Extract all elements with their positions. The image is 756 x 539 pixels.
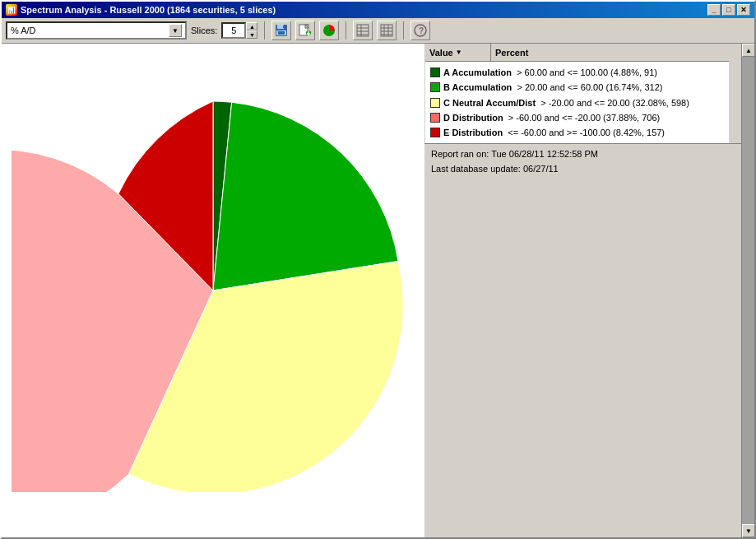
svg-rect-3 <box>278 31 285 35</box>
window-title: Spectrum Analysis - Russell 2000 (1864 s… <box>21 5 276 15</box>
legend-row: D Distribution > -60.00 and <= -20.00 (3… <box>427 110 727 125</box>
legend-row: C Neutral Accum/Dist > -20.00 and <= 20.… <box>427 95 727 110</box>
help-button[interactable]: ? <box>410 21 430 40</box>
slices-spinner: ▲ ▼ <box>246 22 257 39</box>
toolbar: % A/D ▼ Slices: ▲ ▼ <box>2 18 754 44</box>
dropdown-arrow[interactable]: ▼ <box>169 24 182 37</box>
footer-line1: Report ran on: Tue 06/28/11 12:52:58 PM <box>431 147 735 162</box>
separator-2 <box>346 21 346 39</box>
scrollbar-track[interactable] <box>742 57 754 524</box>
svg-rect-4 <box>283 26 285 28</box>
legend-row: B Accumulation > 20.00 and <= 60.00 (16.… <box>427 80 727 95</box>
title-controls: _ □ ✕ <box>707 4 750 16</box>
legend-header: Value ▼ Percent <box>425 44 729 62</box>
legend-color-4 <box>430 128 440 137</box>
right-panel: Value ▼ Percent A Accumulation > 60.00 a… <box>424 44 741 537</box>
svg-text:?: ? <box>419 26 424 35</box>
scroll-up-button[interactable]: ▲ <box>742 44 754 57</box>
main-window: 📊 Spectrum Analysis - Russell 2000 (1864… <box>0 0 756 539</box>
scroll-down-button[interactable]: ▼ <box>742 524 754 537</box>
legend-row: E Distribution <= -60.00 and >= -100.00 … <box>427 125 727 140</box>
chart-area <box>2 44 424 537</box>
dropdown-value: % A/D <box>11 26 36 35</box>
separator-3 <box>403 21 404 39</box>
legend-color-1 <box>430 82 440 92</box>
pie-chart-button[interactable] <box>319 21 339 40</box>
legend-color-2 <box>430 98 440 108</box>
legend-color-3 <box>430 113 440 123</box>
legend-text-1: B Accumulation > 20.00 and <= 60.00 (16.… <box>443 81 663 93</box>
footer-line2: Last database update: 06/27/11 <box>431 162 735 177</box>
legend-rows: A Accumulation > 60.00 and <= 100.00 (4.… <box>425 62 729 143</box>
separator-1 <box>264 21 265 39</box>
legend-text-3: D Distribution > -60.00 and <= -20.00 (3… <box>443 112 660 123</box>
app-icon: 📊 <box>6 4 17 16</box>
minimize-button[interactable]: _ <box>707 4 721 16</box>
svg-rect-1 <box>277 25 284 29</box>
legend-row: A Accumulation > 60.00 and <= 100.00 (4.… <box>427 65 727 80</box>
metric-dropdown[interactable]: % A/D ▼ <box>6 21 187 39</box>
legend-percent-header: Percent <box>491 44 729 61</box>
footer: Report ran on: Tue 06/28/11 12:52:58 PM … <box>424 143 741 179</box>
legend-color-0 <box>430 67 440 77</box>
maximize-button[interactable]: □ <box>722 4 735 16</box>
slices-down-button[interactable]: ▼ <box>246 30 257 39</box>
title-bar-left: 📊 Spectrum Analysis - Russell 2000 (1864… <box>6 4 276 16</box>
pie-chart <box>12 89 415 492</box>
legend-text-2: C Neutral Accum/Dist > -20.00 and <= 20.… <box>443 97 689 109</box>
legend-value-header: Value ▼ <box>425 44 491 61</box>
slices-up-button[interactable]: ▲ <box>246 22 257 30</box>
legend-text-0: A Accumulation > 60.00 and <= 100.00 (4.… <box>443 67 657 78</box>
scrollbar: ▲ ▼ <box>741 44 754 537</box>
legend-area: Value ▼ Percent A Accumulation > 60.00 a… <box>424 44 729 143</box>
legend-text-4: E Distribution <= -60.00 and >= -100.00 … <box>443 127 665 138</box>
sort-icon[interactable]: ▼ <box>456 49 462 56</box>
main-content: Value ▼ Percent A Accumulation > 60.00 a… <box>2 44 754 537</box>
slices-input[interactable] <box>221 22 246 39</box>
title-bar: 📊 Spectrum Analysis - Russell 2000 (1864… <box>2 2 754 18</box>
slices-label: Slices: <box>191 26 217 35</box>
grid-view-button[interactable] <box>377 21 397 40</box>
save-button[interactable] <box>271 21 291 40</box>
close-button[interactable]: ✕ <box>737 4 750 16</box>
export-button[interactable] <box>295 21 315 40</box>
table-view-button[interactable] <box>353 21 373 40</box>
